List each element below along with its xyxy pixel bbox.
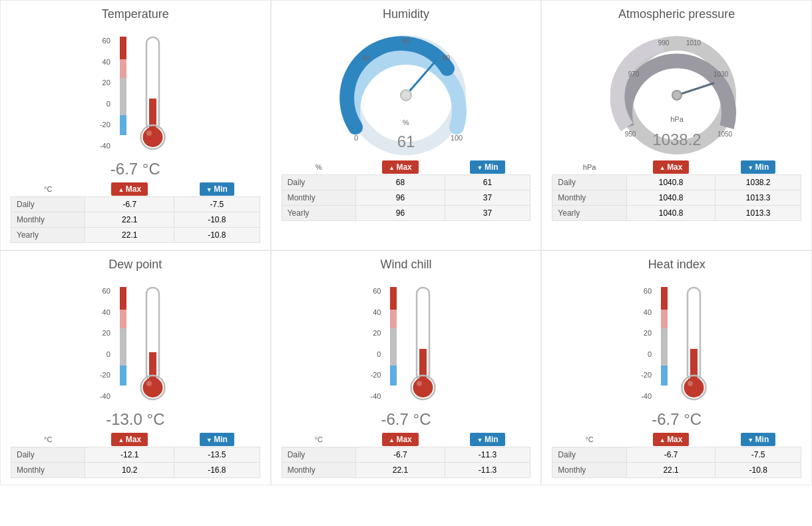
- svg-text:970: 970: [628, 71, 639, 78]
- dew-thermometer-svg: [134, 282, 171, 405]
- table-row: Yearly 22.1 -10.8: [11, 228, 260, 243]
- windchill-title: Wind chill: [282, 258, 531, 272]
- daily-max: -6.7: [85, 197, 174, 212]
- heat-scale: 60 40 20 0 -20 -40: [641, 287, 654, 400]
- dewpoint-title: Dew point: [11, 258, 260, 272]
- svg-text:1038.2: 1038.2: [652, 131, 701, 148]
- humidity-table: % Max Min Daily 68 61 Monthly 96 37 Year…: [282, 160, 531, 221]
- wind-scale: 60 40 20 0 -20 -40: [371, 287, 384, 400]
- wind-thermometer-svg: [405, 282, 441, 405]
- yearly-min: -10.8: [174, 228, 260, 243]
- dewpoint-value: -13.0 °C: [11, 410, 260, 429]
- svg-point-37: [413, 378, 433, 397]
- pressure-gauge: 950 970 990 1010 1030 1050 hPa 1038.2: [552, 27, 801, 160]
- pressure-table: hPa Max Min Daily 1040.8 1038.2 Monthly …: [552, 160, 801, 221]
- daily-min: -7.5: [174, 197, 260, 212]
- temp-bar-blue: [120, 115, 126, 135]
- table-row: Yearly 96 37: [282, 206, 530, 221]
- hum-min-header: Min: [445, 160, 530, 175]
- heatindex-title: Heat index: [552, 258, 801, 272]
- heat-thermometer-svg: [676, 282, 712, 405]
- temperature-table: °C Max Min Daily -6.7 -7.5 Monthly 22.1 …: [11, 182, 260, 243]
- dashboard: Temperature 60 40 20 0 -20 -40: [0, 0, 812, 485]
- pres-min-header: Min: [715, 160, 801, 175]
- svg-text:61: 61: [397, 132, 415, 150]
- pressure-title: Atmospheric pressure: [552, 7, 801, 21]
- svg-rect-41: [690, 349, 698, 379]
- dew-scale: 60 40 20 0 -20 -40: [100, 287, 113, 400]
- yearly-max: 22.1: [85, 228, 174, 243]
- svg-point-38: [417, 381, 422, 386]
- monthly-max: 22.1: [85, 212, 174, 228]
- dewpoint-visual: 60 40 20 0 -20 -40: [11, 277, 260, 410]
- table-row: Monthly 22.1 -11.3: [282, 463, 530, 478]
- svg-point-8: [401, 90, 411, 101]
- windchill-visual: 60 40 20 0 -20 -40: [282, 277, 531, 410]
- wind-bars: [389, 287, 399, 400]
- daily-label: Daily: [11, 197, 85, 212]
- table-row: Monthly 1040.8 1013.3: [552, 190, 801, 206]
- svg-text:1030: 1030: [713, 71, 729, 78]
- svg-point-32: [146, 381, 152, 386]
- humidity-widget: Humidity 0 40 60 80 100 %: [271, 0, 542, 250]
- monthly-label: Monthly: [11, 212, 85, 228]
- humidity-gauge: 0 40 60 80 100 % 61: [282, 27, 531, 160]
- windchill-widget: Wind chill 60 40 20 0 -20 -40: [271, 250, 542, 485]
- heatindex-value: -6.7 °C: [552, 410, 801, 429]
- svg-text:hPa: hPa: [670, 115, 684, 123]
- svg-text:100: 100: [451, 134, 463, 142]
- table-row: Monthly 22.1 -10.8: [552, 463, 801, 478]
- table-row: Daily 1040.8 1038.2: [552, 175, 801, 190]
- temp-bars: [118, 37, 129, 150]
- svg-text:1050: 1050: [717, 131, 733, 138]
- svg-point-4: [142, 127, 162, 147]
- table-row: Daily 68 61: [282, 175, 530, 190]
- svg-text:60: 60: [402, 37, 410, 45]
- dewpoint-table: °C Max Min Daily -12.1 -13.5 Monthly 10.…: [11, 432, 260, 478]
- thermometer-svg: [134, 32, 171, 155]
- hum-unit-header: %: [282, 160, 355, 175]
- temperature-widget: Temperature 60 40 20 0 -20 -40: [0, 0, 271, 250]
- svg-text:0: 0: [354, 134, 358, 142]
- pres-unit-header: hPa: [552, 160, 626, 175]
- svg-point-31: [142, 378, 162, 397]
- svg-text:80: 80: [442, 54, 450, 62]
- svg-point-44: [688, 381, 693, 386]
- table-row: Daily -6.7 -11.3: [282, 447, 530, 463]
- temp-bar-red-top: [120, 37, 126, 59]
- temperature-visual: 60 40 20 0 -20 -40: [11, 27, 260, 160]
- heat-bars: [660, 287, 670, 400]
- pressure-widget: Atmospheric pressure 950 970 990 1010 10…: [541, 0, 812, 250]
- windchill-value: -6.7 °C: [282, 410, 531, 429]
- temp-unit-header: °C: [11, 182, 85, 197]
- svg-line-17: [677, 83, 713, 95]
- table-row: Monthly 96 37: [282, 190, 530, 206]
- monthly-min: -10.8: [174, 212, 260, 228]
- thermo-scale: 60 40 20 0 -20 -40: [100, 37, 113, 150]
- dew-bars: [118, 287, 129, 400]
- svg-text:990: 990: [658, 39, 669, 47]
- table-row: Daily -12.1 -13.5: [11, 447, 260, 463]
- svg-text:%: %: [403, 119, 409, 127]
- dewpoint-widget: Dew point 60 40 20 0 -20 -40: [0, 250, 271, 485]
- table-row: Daily -6.7 -7.5: [552, 447, 801, 463]
- temp-max-header: Max: [85, 182, 174, 197]
- svg-point-43: [684, 378, 704, 397]
- table-row: Monthly 10.2 -16.8: [11, 463, 260, 478]
- temp-min-header: Min: [174, 182, 260, 197]
- temperature-title: Temperature: [11, 7, 260, 21]
- humidity-title: Humidity: [282, 7, 531, 21]
- heatindex-table: °C Max Min Daily -6.7 -7.5 Monthly 22.1 …: [552, 432, 801, 478]
- heatindex-visual: 60 40 20 0 -20 -40: [552, 277, 801, 410]
- windchill-table: °C Max Min Daily -6.7 -11.3 Monthly 22.1…: [282, 432, 531, 478]
- svg-text:1010: 1010: [686, 39, 702, 47]
- svg-point-5: [146, 131, 152, 136]
- yearly-label: Yearly: [11, 228, 85, 243]
- pres-max-header: Max: [626, 160, 715, 175]
- humidity-gauge-svg: 0 40 60 80 100 % 61: [339, 29, 473, 158]
- svg-point-18: [672, 91, 682, 100]
- temp-bar-gray: [120, 78, 126, 115]
- svg-text:950: 950: [624, 131, 636, 138]
- temp-bar-pink: [120, 59, 126, 78]
- svg-rect-2: [149, 99, 156, 129]
